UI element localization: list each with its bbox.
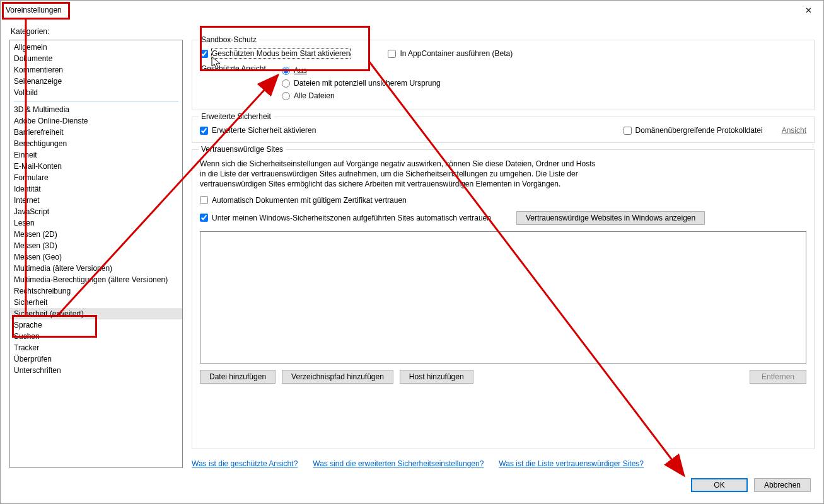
trusted-description: Wenn sich die Sicherheitseinstellungen a… [200, 159, 603, 190]
sidebar-item[interactable]: Rechtschreibung [10, 285, 182, 297]
radio-protected-all[interactable]: Alle Dateien [282, 91, 441, 100]
sidebar-item-selected[interactable]: Sicherheit (erweitert) [10, 308, 182, 319]
sidebar-item[interactable]: Einheit [10, 149, 182, 161]
cancel-button[interactable]: Abbrechen [754, 478, 811, 492]
categories-list[interactable]: AllgemeinDokumenteKommentierenSeitenanze… [9, 40, 183, 468]
sidebar-item[interactable]: Dokumente [10, 53, 182, 64]
checkbox-protected-mode[interactable]: Geschützten Modus beim Start aktivieren [200, 49, 350, 58]
help-link-protected-view[interactable]: Was ist die geschützte Ansicht? [192, 459, 298, 468]
close-icon[interactable]: ✕ [798, 6, 818, 15]
sidebar-item[interactable]: Sprache [10, 319, 182, 331]
checkbox-crossdomain-log[interactable]: Domänenübergreifende Protokolldatei [624, 126, 763, 135]
checkbox-enable-extsec[interactable]: Erweiterte Sicherheit aktivieren [200, 126, 316, 135]
help-link-trusted-list[interactable]: Was ist die Liste vertrauenswürdiger Sit… [499, 459, 644, 468]
sidebar-item[interactable]: Berechtigungen [10, 138, 182, 149]
group-trusted-sites: Vertrauenswürdige Sites Wenn sich die Si… [192, 149, 815, 449]
sidebar-item[interactable]: Formulare [10, 172, 182, 183]
group-legend-sandbox: Sandbox-Schutz [199, 35, 259, 44]
titlebar: Voreinstellungen ✕ [1, 1, 823, 20]
sidebar-item[interactable]: Identität [10, 183, 182, 195]
button-add-host[interactable]: Host hinzufügen [400, 370, 473, 384]
sidebar-item[interactable]: Sicherheit [10, 297, 182, 308]
checkbox-auto-cert[interactable]: Automatisch Dokumenten mit gültigem Zert… [200, 196, 407, 205]
checkbox-protected-mode-label: Geschützten Modus beim Start aktivieren [212, 49, 350, 58]
window-title: Voreinstellungen [6, 6, 62, 14]
button-add-dir[interactable]: Verzeichnispfad hinzufügen [282, 370, 393, 384]
button-show-windows-sites[interactable]: Vertrauenswürdige Websites in Windows an… [516, 211, 705, 225]
checkbox-auto-cert-label: Automatisch Dokumenten mit gültigem Zert… [212, 196, 407, 205]
sidebar-item[interactable]: Unterschriften [10, 365, 182, 376]
sidebar-item[interactable]: Seitenanzeige [10, 76, 182, 87]
radio-protected-off[interactable]: Aus [282, 66, 441, 75]
sidebar-item[interactable]: Messen (2D) [10, 229, 182, 240]
sidebar-item[interactable]: Multimedia-Berechtigungen (ältere Versio… [10, 274, 182, 285]
sidebar-item[interactable]: Barrierefreiheit [10, 127, 182, 138]
sidebar-item[interactable]: 3D & Multimedia [10, 104, 182, 115]
sidebar-item[interactable]: Tracker [10, 342, 182, 353]
group-legend-extsec: Erweiterte Sicherheit [199, 112, 274, 121]
sidebar-item[interactable]: Messen (Geo) [10, 251, 182, 263]
sidebar-item[interactable]: Überprüfen [10, 353, 182, 365]
button-add-file[interactable]: Datei hinzufügen [200, 370, 276, 384]
sidebar-item[interactable]: Vollbild [10, 87, 182, 98]
sidebar-item[interactable]: Allgemein [10, 42, 182, 53]
checkbox-crossdomain-log-label: Domänenübergreifende Protokolldatei [635, 126, 763, 135]
radio-protected-all-label: Alle Dateien [294, 91, 335, 100]
radio-protected-unsafe-label: Dateien mit potenziell unsicherem Urspru… [294, 79, 441, 88]
group-extended-security: Erweiterte Sicherheit Erweiterte Sicherh… [192, 117, 815, 143]
sidebar-item[interactable]: Internet [10, 195, 182, 206]
radio-protected-unsafe[interactable]: Dateien mit potenziell unsicherem Urspru… [282, 79, 441, 88]
button-remove[interactable]: Entfernen [750, 370, 806, 384]
sidebar-item[interactable]: E-Mail-Konten [10, 161, 182, 172]
group-legend-trusted: Vertrauenswürdige Sites [199, 145, 286, 154]
checkbox-auto-zones[interactable]: Unter meinen Windows-Sicherheitszonen au… [200, 214, 491, 222]
trusted-sites-listbox[interactable] [200, 231, 806, 364]
checkbox-enable-extsec-label: Erweiterte Sicherheit aktivieren [212, 126, 316, 135]
link-view-log[interactable]: Ansicht [782, 126, 806, 135]
checkbox-appcontainer[interactable]: In AppContainer ausführen (Beta) [388, 49, 513, 58]
checkbox-appcontainer-label: In AppContainer ausführen (Beta) [400, 49, 513, 58]
protected-view-label: Geschützte Ansicht [200, 64, 269, 102]
sidebar-item[interactable]: JavaScript [10, 206, 182, 217]
categories-label: Kategorien: [11, 27, 815, 36]
group-sandbox: Sandbox-Schutz Geschützten Modus beim St… [192, 40, 815, 110]
sidebar-item[interactable]: Kommentieren [10, 64, 182, 76]
radio-protected-off-label: Aus [294, 66, 307, 75]
help-link-ext-security[interactable]: Was sind die erweiterten Sicherheitseins… [313, 459, 484, 468]
sidebar-item[interactable]: Suchen [10, 331, 182, 342]
sidebar-item[interactable]: Lesen [10, 217, 182, 229]
sidebar-item[interactable]: Multimedia (ältere Versionen) [10, 263, 182, 274]
checkbox-auto-zones-label: Unter meinen Windows-Sicherheitszonen au… [212, 214, 491, 222]
sidebar-item[interactable]: Messen (3D) [10, 240, 182, 251]
ok-button[interactable]: OK [691, 478, 748, 492]
sidebar-item[interactable]: Adobe Online-Dienste [10, 115, 182, 127]
